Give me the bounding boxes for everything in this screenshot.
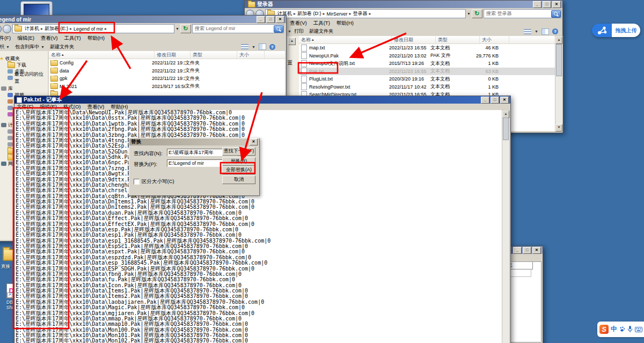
- close-icon[interactable]: ✕: [250, 138, 258, 145]
- menu-item[interactable]: 文件(F): [0, 35, 11, 42]
- file-row[interactable]: ResolvingPower.txt2022/11/17 10:42文本文档1 …: [299, 83, 555, 91]
- views-dropdown-icon[interactable]: ▼: [535, 30, 538, 33]
- organize-button[interactable]: 组织▼: [0, 43, 12, 51]
- microphone-icon[interactable]: [627, 326, 633, 333]
- column-header[interactable]: 大小: [237, 51, 265, 59]
- scroll-up-icon[interactable]: ▲: [555, 37, 562, 44]
- replace-button[interactable]: 替换(R): [222, 157, 255, 166]
- menu-item[interactable]: 帮助(H): [111, 104, 128, 111]
- organize-dropdown-icon[interactable]: ▼: [288, 30, 291, 33]
- address-bar[interactable]: 计算机▸新加卷 (E:)▸Legend of mir▸: [12, 24, 174, 33]
- menu-item[interactable]: 查看(V): [87, 104, 105, 111]
- menu-item[interactable]: 帮助(H): [336, 20, 354, 27]
- views-icon[interactable]: [241, 44, 248, 49]
- menu-item[interactable]: 编辑(E): [40, 104, 57, 111]
- file-row[interactable]: Pak.txt2022/11/23 16:55文本文档63 KB: [299, 68, 555, 76]
- minimize-button[interactable]: _: [513, 247, 522, 254]
- find-next-button[interactable]: 查找下一个(F): [222, 147, 255, 156]
- chinese-mode-icon[interactable]: 中: [611, 325, 617, 334]
- maximize-button[interactable]: □: [266, 16, 275, 23]
- refresh-button[interactable]: ↻: [180, 24, 191, 33]
- close-button[interactable]: ✕: [276, 16, 284, 23]
- file-row[interactable]: NewopUI.Pak2022/11/20 13:02PAK 文件29,776 …: [299, 52, 555, 60]
- column-header[interactable]: 名称▴: [49, 51, 155, 59]
- help-icon[interactable]: ?: [269, 44, 275, 50]
- search-box[interactable]: 搜索 Legend of mir: [192, 24, 284, 33]
- close-button[interactable]: ✕: [552, 1, 561, 8]
- breadcrumb-item[interactable]: 计算机: [24, 25, 40, 32]
- scrollbar-thumb[interactable]: [556, 44, 562, 76]
- minimize-button[interactable]: _: [481, 97, 489, 104]
- breadcrumb-item[interactable]: 新加卷 (D:): [296, 10, 323, 17]
- file-row[interactable]: data2022/11/22 19:19文件夹: [49, 67, 285, 75]
- forward-button[interactable]: [3, 25, 11, 33]
- new-folder-button[interactable]: 新建文件夹: [306, 27, 336, 35]
- match-case-checkbox[interactable]: [134, 179, 140, 185]
- search-icon[interactable]: [551, 10, 561, 18]
- breadcrumb-item[interactable]: 登录器: [352, 10, 369, 17]
- keyboard-icon[interactable]: [635, 327, 642, 332]
- scroll-down-icon[interactable]: ▼: [555, 124, 562, 132]
- include-in-library-button[interactable]: 包含到库中▼: [12, 43, 47, 51]
- preview-pane-icon[interactable]: [541, 28, 549, 35]
- explorer1-titlebar[interactable]: Legend of mir _ □ ✕: [0, 16, 286, 23]
- scroll-up-icon[interactable]: ▲: [502, 111, 509, 118]
- maximize-button[interactable]: □: [523, 247, 531, 254]
- file-row[interactable]: gpk2022/11/22 19:19文件夹: [49, 75, 285, 83]
- back-button[interactable]: [0, 25, 2, 33]
- menu-item[interactable]: 工具(T): [313, 20, 330, 27]
- menu-item[interactable]: 工具(T): [64, 35, 80, 42]
- sogou-input-bar[interactable]: S 中: [597, 322, 644, 337]
- column-header[interactable]: 名称▴: [299, 36, 392, 43]
- menu-item[interactable]: 帮助(H): [87, 35, 105, 42]
- breadcrumb-item[interactable]: 新加卷 (E:): [43, 25, 69, 32]
- search-box[interactable]: 搜索 登录器: [484, 9, 561, 18]
- help-icon[interactable]: ?: [552, 28, 558, 34]
- column-header[interactable]: 类型: [191, 51, 237, 59]
- notepad-scrollbar[interactable]: ▲: [502, 110, 510, 343]
- maximize-button[interactable]: □: [491, 97, 499, 104]
- menu-item[interactable]: 编辑(E): [17, 35, 34, 42]
- column-header[interactable]: 修改日期: [155, 51, 191, 59]
- maximize-button[interactable]: □: [543, 1, 551, 8]
- sogou-logo-icon[interactable]: S: [599, 325, 609, 334]
- views-dropdown-icon[interactable]: ▼: [252, 45, 255, 49]
- file-row[interactable]: Config2022/11/22 19:19文件夹: [49, 59, 285, 67]
- close-button[interactable]: ✕: [532, 247, 541, 254]
- column-header[interactable]: 大小: [480, 36, 509, 43]
- refresh-button[interactable]: ↻: [472, 9, 482, 18]
- views-icon[interactable]: [524, 29, 531, 34]
- column-header[interactable]: 修改日期: [392, 36, 436, 43]
- sidebar-item[interactable]: 库: [0, 85, 48, 92]
- preview-pane-icon[interactable]: [259, 43, 266, 50]
- file-row[interactable]: NewopUI文件说明.txt2015/7/13 19:26文本文档1 KB: [299, 60, 555, 68]
- menu-item[interactable]: 查看(V): [290, 20, 307, 27]
- search-icon[interactable]: [274, 25, 283, 33]
- address-dropdown-icon[interactable]: ▼: [175, 27, 179, 31]
- file-row[interactable]: map.txt2022/11/23 16:55文本文档46 KB: [299, 44, 555, 52]
- minimize-button[interactable]: _: [257, 16, 265, 23]
- column-header[interactable]: 类型: [436, 36, 480, 43]
- minimize-button[interactable]: _: [533, 1, 541, 8]
- address-bar[interactable]: 计算机▸新加卷 (D:)▸MirServer▸登录器▸: [265, 9, 466, 18]
- scroll-up-icon[interactable]: ▲: [288, 38, 296, 45]
- sidebar-item[interactable]: 下载: [0, 62, 48, 68]
- breadcrumb-item[interactable]: Legend of mir: [72, 26, 104, 32]
- paw-icon[interactable]: [619, 326, 625, 332]
- file-row[interactable]: PlugList.txt2020/3/20 19:16文本文档0 KB: [299, 75, 555, 83]
- replace-dialog-titlebar[interactable]: 替换 ✕: [129, 138, 259, 145]
- replace-all-button[interactable]: 全部替换(A): [222, 166, 255, 174]
- baidu-netdisk-upload-widget[interactable]: 拖拽上传: [592, 24, 640, 37]
- sidebar-item[interactable]: 最近访问的位置: [0, 75, 48, 81]
- explorer2-scrollbar[interactable]: ▲ ▼: [555, 36, 563, 132]
- menu-item[interactable]: 查看(V): [41, 35, 58, 42]
- breadcrumb-item[interactable]: MirServer: [326, 11, 349, 17]
- cancel-button[interactable]: 取消: [222, 176, 255, 184]
- explorer2-titlebar[interactable]: 登录器 _ □ ✕: [245, 1, 562, 8]
- menu-item[interactable]: 格式(O): [63, 104, 81, 111]
- new-folder-button[interactable]: 新建文件夹: [47, 43, 77, 51]
- file-row[interactable]: ML20212021/9/17 16:56文件夹: [49, 83, 285, 91]
- scrollbar-thumb[interactable]: [503, 118, 509, 140]
- notepad-titlebar[interactable]: Pak.txt - 记事本 _ □ ✕: [14, 96, 510, 104]
- print-button[interactable]: 打印: [291, 27, 306, 35]
